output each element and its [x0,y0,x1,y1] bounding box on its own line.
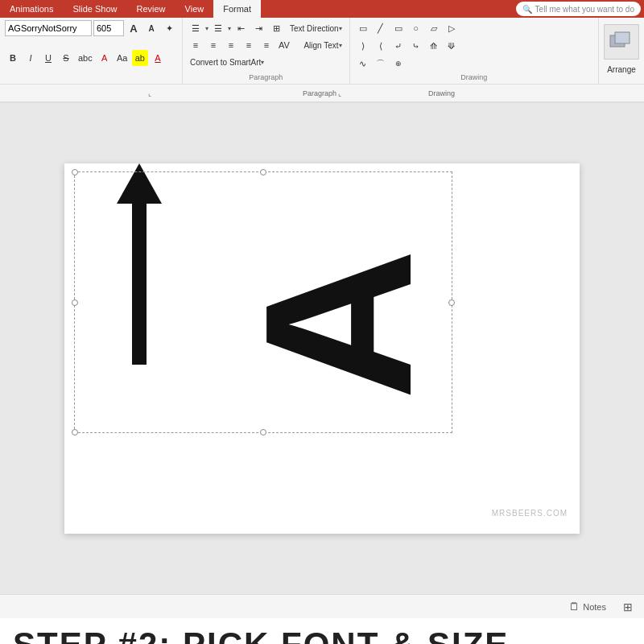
clear-format-btn[interactable]: ✦ [161,20,177,36]
numbering-arrow: ▾ [228,25,231,32]
slide-panel: A MRSBEERS.COM [0,103,644,594]
font-size-input[interactable] [93,20,124,36]
handle-tm [260,169,266,175]
tab-review[interactable]: Review [126,0,175,18]
notes-button[interactable]: 🗒 Notes [564,598,612,615]
tab-view[interactable]: View [175,0,214,18]
align-center-btn[interactable]: ≡ [205,37,221,53]
numbering-btn[interactable]: ☰ [210,20,226,36]
font-style-row: B I U S abc A Aa ab A [5,50,177,66]
text-direction-label: Text Direction [290,24,339,33]
convert-label: Convert to SmartArt [190,58,261,67]
bullets-btn[interactable]: ☰ [188,20,204,36]
align-text-btn[interactable]: Align Text ▾ [301,37,344,53]
underline-btn[interactable]: U [40,50,56,66]
decrease-indent-btn[interactable]: ⇤ [233,20,249,36]
toolbar-upper: A A ✦ B I U S abc A Aa ab A ☰ ▾ ☰ [0,18,644,84]
handle-bl [72,429,78,436]
expand-font-icon: ⌞ [148,89,151,97]
caption-area: STEP #2: PICK FONT & SIZE [0,618,644,644]
font-color2-btn[interactable]: A [150,50,166,66]
bold-btn[interactable]: B [5,50,21,66]
shape-btn-12[interactable]: ⟱ [444,38,460,54]
arrange-row: Arrange [604,20,639,81]
font-expand-area: ⌞ [3,89,216,97]
font-color-btn[interactable]: A [97,50,113,66]
justify-btn[interactable]: ≡ [241,37,257,53]
para-row2: ≡ ≡ ≡ ≡ ≡ AV Align Text ▾ [188,37,345,53]
shape-btn-4[interactable]: ○ [408,20,424,36]
caption-text: STEP #2: PICK FONT & SIZE [13,625,509,645]
shape-btn-13[interactable]: ∿ [355,56,371,72]
font-name-row: A A ✦ [5,20,177,36]
main-area: A MRSBEERS.COM [0,103,644,594]
para-row1: ☰ ▾ ☰ ▾ ⇤ ⇥ ⊞ Text Direction ▾ [188,20,345,36]
tab-animations[interactable]: Animations [0,0,63,18]
para-row3: Convert to SmartArt ▾ [188,55,345,71]
increase-font-btn[interactable]: A [126,20,142,36]
shape-btn-8[interactable]: ⟨ [373,38,389,54]
font-size-aa-btn[interactable]: Aa [114,50,130,66]
shape-btn-6[interactable]: ▷ [444,20,460,36]
paragraph-section: ☰ ▾ ☰ ▾ ⇤ ⇥ ⊞ Text Direction ▾ ≡ ≡ ≡ ≡ ≡… [183,18,350,84]
shape-btn-10[interactable]: ⤷ [408,38,424,54]
shape-btn-9[interactable]: ⤶ [390,38,407,54]
ribbon-search-box[interactable]: 🔍 Tell me what you want to do [516,2,641,16]
shape-btn-1[interactable]: ▭ [355,20,371,36]
shape-btn-14[interactable]: ⌒ [373,56,389,72]
tab-slideshow[interactable]: Slide Show [63,0,126,18]
paragraph-expand-area: Paragraph ⌞ [216,89,428,97]
shape-btn-11[interactable]: ⟰ [426,38,442,54]
notes-icon: 🗒 [569,601,580,613]
text-direction-btn[interactable]: Text Direction ▾ [287,20,345,36]
decrease-font-btn[interactable]: A [143,20,159,36]
line-spacing-btn[interactable]: ≡ [258,37,275,53]
search-placeholder: Tell me what you want to do [535,5,634,14]
shape-btn-3[interactable]: ▭ [390,20,407,36]
watermark: MRSBEERS.COM [492,509,568,518]
drawing-section-label: Drawing [355,72,593,81]
notes-label: Notes [583,602,606,612]
increase-indent-btn[interactable]: ⇥ [250,20,266,36]
convert-smartart-btn[interactable]: Convert to SmartArt ▾ [188,55,345,71]
shape-btn-7[interactable]: ⟩ [355,38,371,54]
bottom-bar: 🗒 Notes ⊞ [0,594,644,618]
columns-btn[interactable]: ⊞ [268,20,284,36]
view-toggle-btn[interactable]: ⊞ [618,597,638,617]
slide[interactable]: A MRSBEERS.COM [64,163,580,534]
drawing-label-bottom: Drawing [428,89,455,97]
handle-tl [72,169,78,175]
strikethrough-btn[interactable]: S [58,50,74,66]
align-text-label: Align Text [303,41,338,50]
font-name-input[interactable] [5,20,92,36]
ribbon-tab-bar: Animations Slide Show Review View Format… [0,0,644,18]
tab-format[interactable]: Format [213,0,261,18]
toolbar-lower: ⌞ Paragraph ⌞ Drawing [0,84,644,101]
letter-a-display: A [137,188,539,464]
align-right-btn[interactable]: ≡ [223,37,239,53]
svg-rect-1 [615,32,630,43]
arrange-section: Arrange [599,18,644,84]
drawing-section: ▭ ╱ ▭ ○ ▱ ▷ ⟩ ⟨ ⤶ ⤷ ⟰ ⟱ ∿ ⌒ ⊕ Drawing [350,18,599,84]
svg-text:A: A [221,249,455,400]
paragraph-label-bottom: Paragraph [303,89,336,97]
font-section-label [5,80,177,81]
italic-btn[interactable]: I [23,50,39,66]
arrange-icon [604,24,639,60]
align-text-arrow: ▾ [339,42,342,49]
char-spacing-btn[interactable]: AV [276,37,292,53]
expand-paragraph-icon: ⌞ [338,89,341,97]
handle-ml [72,299,78,306]
bullets-arrow: ▾ [205,25,208,32]
highlight-btn[interactable]: ab [132,50,148,66]
paragraph-section-label: Paragraph [188,72,345,81]
ribbon: Animations Slide Show Review View Format… [0,0,644,18]
shadow-btn[interactable]: abc [76,50,95,66]
smartart-arrow: ▾ [261,59,264,66]
shape-btn-2[interactable]: ╱ [373,20,389,36]
shape-btn-5[interactable]: ▱ [426,20,442,36]
more-shapes-btn[interactable]: ⊕ [390,56,407,72]
drawing-expand-area: Drawing [428,89,641,97]
arrange-btn[interactable]: Arrange [605,61,638,77]
align-left-btn[interactable]: ≡ [188,37,204,53]
